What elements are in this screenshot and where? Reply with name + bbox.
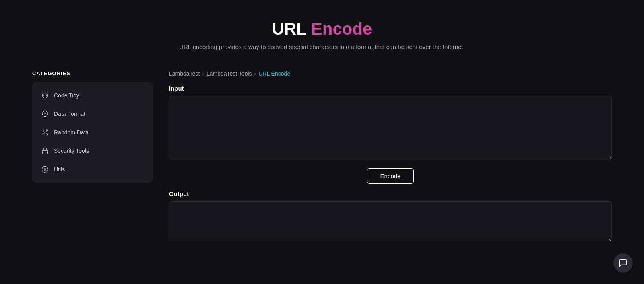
input-label: Input: [169, 85, 612, 92]
page-header: URL Encode URL encoding provides a way t…: [0, 0, 644, 58]
sidebar-label-security-tools: Security Tools: [54, 148, 89, 154]
breadcrumb-sep-2: ›: [254, 70, 256, 77]
breadcrumb-lambdatest-tools[interactable]: LambdaTest Tools: [206, 70, 252, 77]
title-pink: Encode: [311, 19, 372, 38]
data-format-icon: [41, 110, 49, 118]
sidebar-label-utils: Utils: [54, 166, 65, 173]
main-layout: CATEGORIES Code Tidy Data Format Random …: [0, 58, 644, 243]
title-white: URL: [272, 19, 307, 38]
content-area: LambdaTest › LambdaTest Tools › URL Enco…: [169, 70, 612, 243]
utils-icon: [41, 165, 49, 173]
encode-button-row: Encode: [169, 168, 612, 184]
sidebar-item-code-tidy[interactable]: Code Tidy: [32, 86, 153, 105]
sidebar-item-security-tools[interactable]: Security Tools: [32, 142, 153, 160]
page-subtitle: URL encoding provides a way to convert s…: [8, 43, 636, 50]
breadcrumb: LambdaTest › LambdaTest Tools › URL Enco…: [169, 70, 612, 77]
chat-button[interactable]: [613, 253, 633, 273]
categories-heading: CATEGORIES: [32, 70, 153, 76]
breadcrumb-current: URL Encode: [258, 70, 290, 77]
sidebar-item-data-format[interactable]: Data Format: [32, 105, 153, 123]
svg-rect-2: [42, 150, 48, 154]
sidebar-label-data-format: Data Format: [54, 111, 85, 117]
security-tools-icon: [41, 147, 49, 155]
encode-button[interactable]: Encode: [367, 168, 414, 184]
chat-icon: [619, 259, 627, 268]
page-title: URL Encode: [8, 19, 636, 39]
code-tidy-icon: [41, 91, 49, 99]
svg-point-3: [44, 169, 46, 171]
sidebar: CATEGORIES Code Tidy Data Format Random …: [32, 70, 153, 243]
sidebar-label-random-data: Random Data: [54, 129, 89, 136]
breadcrumb-sep-1: ›: [202, 70, 204, 77]
sidebar-label-code-tidy: Code Tidy: [54, 92, 79, 99]
output-textarea[interactable]: [169, 201, 612, 241]
output-section: Output: [169, 190, 612, 243]
input-textarea[interactable]: [169, 96, 612, 160]
sidebar-item-random-data[interactable]: Random Data: [32, 123, 153, 142]
breadcrumb-lambdatest[interactable]: LambdaTest: [169, 70, 200, 77]
categories-list: Code Tidy Data Format Random Data Securi…: [32, 82, 153, 183]
random-data-icon: [41, 128, 49, 136]
output-label: Output: [169, 190, 612, 197]
sidebar-item-utils[interactable]: Utils: [32, 160, 153, 179]
